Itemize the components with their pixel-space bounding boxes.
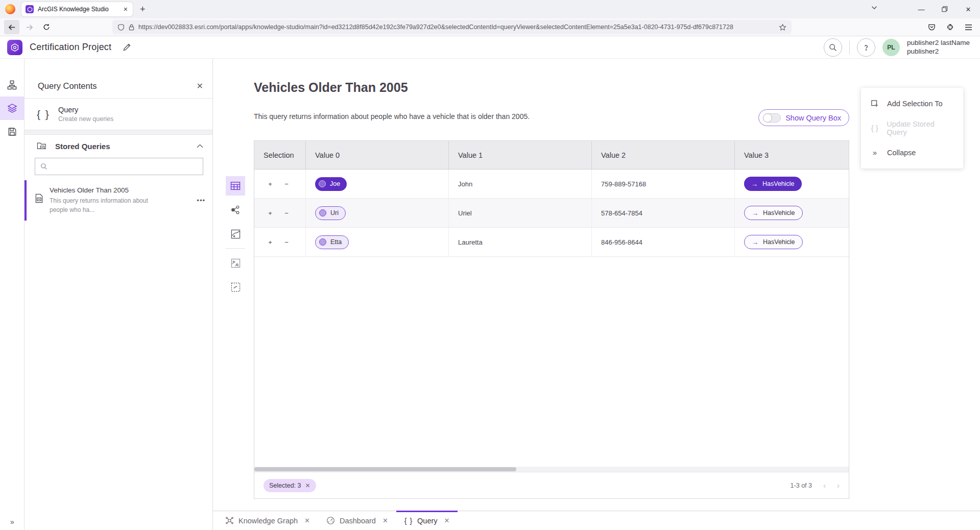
table-cell[interactable]: John bbox=[449, 170, 592, 198]
column-header[interactable]: Value 2 bbox=[592, 141, 735, 169]
table-view-button[interactable] bbox=[226, 176, 245, 196]
forward-button[interactable] bbox=[21, 20, 37, 34]
column-header[interactable]: Value 1 bbox=[449, 141, 592, 169]
folder-icon bbox=[37, 141, 47, 151]
close-tab-icon[interactable]: ✕ bbox=[304, 517, 310, 524]
remove-from-selection-button[interactable]: − bbox=[283, 238, 290, 246]
url-bar[interactable]: https://dev0028833.esri.com/portal/apps/… bbox=[112, 20, 792, 34]
item-options-ellipsis-icon[interactable]: ••• bbox=[197, 197, 205, 204]
panel-title: Query Contents bbox=[38, 81, 197, 91]
table-header-row: Selection Value 0 Value 1 Value 2 Value … bbox=[254, 141, 849, 170]
table-cell[interactable]: 578-654-7854 bbox=[592, 199, 735, 227]
tab-knowledge-graph[interactable]: Knowledge Graph ✕ bbox=[217, 511, 318, 530]
rail-save-button[interactable] bbox=[0, 120, 25, 143]
rail-project-hierarchy-button[interactable] bbox=[0, 73, 25, 97]
new-tab-button[interactable]: + bbox=[140, 4, 146, 15]
table-cell[interactable]: Uriel bbox=[449, 199, 592, 227]
avatar[interactable]: PL bbox=[882, 39, 900, 56]
close-tab-icon[interactable]: ✕ bbox=[383, 517, 388, 524]
menu-hamburger-icon[interactable] bbox=[961, 20, 976, 34]
stored-query-item[interactable]: Vehicles Older Than 2005 This query retu… bbox=[25, 180, 212, 221]
tab-list-chevron-icon[interactable] bbox=[871, 4, 878, 11]
tab-title: ArcGIS Knowledge Studio bbox=[38, 6, 119, 13]
user-info[interactable]: publisher2 lastName publisher2 bbox=[907, 39, 973, 56]
tab-close-icon[interactable]: × bbox=[124, 6, 128, 13]
scrollbar-thumb[interactable] bbox=[254, 467, 516, 471]
entity-pill[interactable]: Joe bbox=[315, 177, 347, 191]
table-row[interactable]: + − Uri Uriel 578-654-7854 →HasVehicle bbox=[254, 199, 849, 228]
column-header[interactable]: Value 0 bbox=[306, 141, 449, 169]
show-query-box-toggle[interactable]: Show Query Box bbox=[758, 109, 849, 126]
tab-query[interactable]: { } Query ✕ bbox=[396, 511, 458, 530]
table-icon bbox=[230, 181, 241, 190]
table-cell[interactable]: 846-956-8644 bbox=[592, 228, 735, 256]
rail-layers-button[interactable] bbox=[0, 97, 25, 120]
add-to-selection-button[interactable]: + bbox=[267, 209, 274, 217]
reload-button[interactable] bbox=[39, 20, 54, 34]
navbar-right-icons bbox=[924, 20, 976, 34]
query-results-table: Selection Value 0 Value 1 Value 2 Value … bbox=[254, 140, 849, 499]
remove-from-selection-button[interactable]: − bbox=[283, 180, 290, 188]
entity-dot-icon bbox=[319, 209, 326, 216]
browser-tab[interactable]: ArcGIS Knowledge Studio × bbox=[21, 2, 133, 16]
menu-item-update-stored-query[interactable]: { } Update Stored Query bbox=[861, 116, 963, 140]
toggle-switch[interactable] bbox=[763, 113, 781, 123]
expand-rail-icon[interactable]: » bbox=[0, 518, 25, 526]
previous-page-icon[interactable]: ‹ bbox=[823, 481, 826, 490]
edit-title-pencil-icon[interactable] bbox=[123, 43, 131, 52]
map-overlay-view-button[interactable] bbox=[226, 253, 245, 273]
add-to-selection-button[interactable]: + bbox=[267, 238, 274, 246]
arrow-right-icon: → bbox=[751, 180, 758, 188]
user-role: publisher2 bbox=[907, 47, 970, 56]
table-row[interactable]: + − Etta Lauretta 846-956-8644 →HasVehic… bbox=[254, 228, 849, 257]
remove-from-selection-button[interactable]: − bbox=[283, 209, 290, 217]
minimize-button[interactable]: — bbox=[910, 6, 933, 13]
add-to-selection-button[interactable]: + bbox=[267, 180, 274, 188]
table-row[interactable]: + − Joe John 759-889-57168 →HasVehicle bbox=[254, 170, 849, 199]
url-text: https://dev0028833.esri.com/portal/apps/… bbox=[138, 23, 775, 31]
firefox-icon[interactable] bbox=[5, 4, 15, 14]
help-button[interactable] bbox=[857, 38, 875, 57]
tracking-shield-icon bbox=[117, 23, 125, 31]
select-extent-view-button[interactable] bbox=[226, 277, 245, 297]
relationship-pill[interactable]: →HasVehicle bbox=[744, 206, 803, 220]
table-cell[interactable]: Lauretta bbox=[449, 228, 592, 256]
relationship-pill[interactable]: →HasVehicle bbox=[744, 177, 802, 191]
map-view-button[interactable] bbox=[226, 224, 245, 244]
column-header[interactable]: Value 3 bbox=[735, 141, 849, 169]
horizontal-scrollbar[interactable] bbox=[254, 467, 849, 472]
entity-pill[interactable]: Uri bbox=[315, 206, 346, 220]
question-icon bbox=[862, 43, 870, 52]
extensions-puzzle-icon[interactable] bbox=[942, 20, 958, 34]
double-chevron-right-icon: » bbox=[870, 149, 879, 157]
menu-item-collapse[interactable]: » Collapse bbox=[861, 140, 963, 165]
selected-count-chip[interactable]: Selected: 3 ✕ bbox=[264, 479, 316, 492]
browser-tab-strip: ArcGIS Knowledge Studio × + — ✕ bbox=[0, 0, 980, 18]
close-tab-icon[interactable]: ✕ bbox=[444, 517, 450, 524]
entity-dot-icon bbox=[319, 180, 326, 187]
stored-queries-search[interactable] bbox=[35, 158, 203, 175]
relationship-pill[interactable]: →HasVehicle bbox=[744, 235, 803, 249]
link-chart-view-button[interactable] bbox=[226, 200, 245, 220]
search-button[interactable] bbox=[824, 38, 842, 57]
query-create-item[interactable]: { } Query Create new queries bbox=[25, 99, 212, 130]
column-header[interactable]: Selection bbox=[254, 141, 306, 169]
search-input[interactable] bbox=[52, 163, 198, 171]
toggle-label: Show Query Box bbox=[785, 114, 841, 122]
pocket-icon[interactable] bbox=[924, 20, 939, 34]
stored-queries-header[interactable]: Stored Queries bbox=[25, 135, 212, 156]
bookmark-star-icon[interactable] bbox=[779, 23, 786, 31]
clear-selection-icon[interactable]: ✕ bbox=[305, 482, 310, 489]
entity-pill[interactable]: Etta bbox=[315, 235, 349, 249]
close-window-button[interactable]: ✕ bbox=[957, 6, 980, 13]
tab-dashboard[interactable]: Dashboard ✕ bbox=[318, 511, 396, 530]
stored-query-document-icon bbox=[35, 194, 43, 203]
panel-close-icon[interactable]: ✕ bbox=[197, 81, 203, 91]
next-page-icon[interactable]: › bbox=[837, 481, 840, 490]
back-button[interactable] bbox=[4, 20, 19, 34]
collapse-section-chevron-icon[interactable] bbox=[197, 144, 203, 148]
restore-button[interactable] bbox=[933, 6, 957, 12]
menu-item-add-selection-to[interactable]: Add Selection To bbox=[861, 91, 963, 116]
stored-queries-title: Stored Queries bbox=[55, 142, 188, 151]
table-cell[interactable]: 759-889-57168 bbox=[592, 170, 735, 198]
